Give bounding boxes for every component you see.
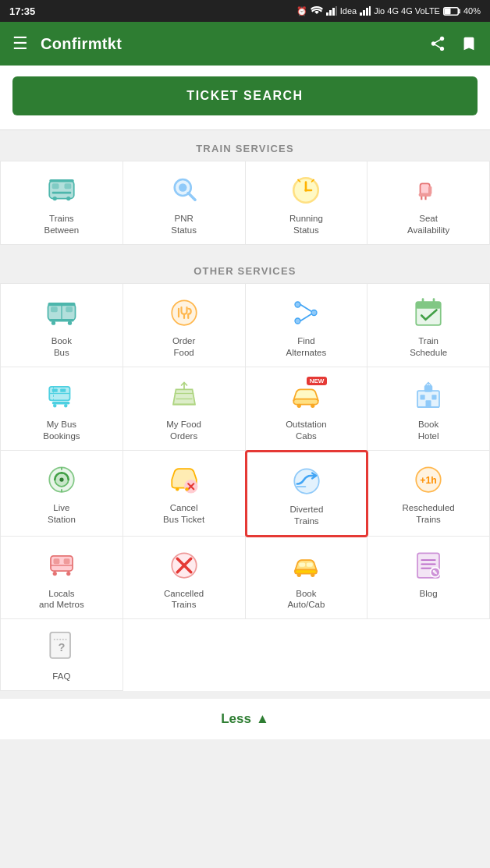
running-status-label: RunningStatus	[289, 213, 323, 236]
svg-rect-10	[49, 181, 74, 199]
svg-point-56	[64, 404, 67, 407]
service-find-alternates[interactable]: FindAlternates	[246, 284, 368, 367]
train-services-header: TRAIN SERVICES	[0, 130, 490, 161]
svg-rect-13	[52, 192, 72, 194]
pnr-status-icon	[166, 172, 202, 208]
wifi-icon	[311, 6, 323, 16]
svg-rect-65	[307, 392, 314, 396]
find-alternates-icon	[288, 295, 324, 331]
svg-rect-51	[52, 388, 58, 391]
svg-rect-2	[332, 8, 335, 16]
book-bus-icon	[44, 295, 80, 331]
svg-rect-64	[298, 392, 305, 396]
svg-point-98	[297, 572, 301, 576]
book-auto-cab-label: BookAuto/Cab	[287, 588, 325, 611]
svg-point-40	[295, 302, 300, 307]
svg-rect-5	[363, 10, 365, 16]
status-time: 17:35	[9, 5, 35, 17]
service-cancel-bus-ticket[interactable]: CancelBus Ticket	[123, 451, 246, 537]
svg-point-80	[176, 487, 179, 491]
svg-rect-11	[52, 183, 59, 189]
service-locals-metros[interactable]: Localsand Metros	[1, 537, 123, 620]
network-label: Idea	[340, 6, 357, 16]
my-bus-bookings-icon	[44, 378, 80, 414]
diverted-trains-label: DivertedTrains	[289, 504, 323, 527]
service-cancelled-trains[interactable]: CancelledTrains	[123, 537, 246, 620]
my-food-orders-icon	[166, 378, 202, 414]
battery-percent: 40%	[463, 6, 481, 16]
svg-point-74	[59, 477, 63, 481]
svg-rect-101	[307, 562, 313, 566]
svg-rect-52	[60, 388, 66, 391]
svg-point-82	[294, 469, 319, 494]
svg-rect-6	[366, 8, 368, 16]
svg-rect-54	[52, 402, 70, 405]
book-hotel-label: BookHotel	[418, 419, 439, 442]
service-my-bus-bookings[interactable]: My BusBookings	[1, 367, 123, 451]
nav-actions	[429, 35, 478, 52]
svg-rect-16	[49, 179, 74, 182]
svg-rect-68	[421, 395, 425, 399]
less-button-wrap: Less ▲	[0, 699, 490, 739]
book-bus-label: BookBus	[51, 335, 72, 359]
svg-point-37	[172, 300, 197, 325]
app-title: Confirmtkt	[41, 35, 429, 53]
locals-metros-label: Localsand Metros	[39, 588, 84, 611]
svg-rect-70	[426, 400, 431, 407]
service-order-food[interactable]: OrderFood	[123, 284, 246, 367]
share-icon[interactable]	[429, 35, 446, 52]
svg-point-14	[53, 197, 57, 200]
svg-point-99	[311, 572, 315, 576]
pnr-status-label: PNRStatus	[171, 213, 197, 236]
svg-rect-9	[444, 8, 450, 14]
service-live-station[interactable]: LiveStation	[1, 451, 123, 537]
svg-rect-7	[369, 6, 371, 16]
svg-point-18	[179, 183, 187, 192]
order-food-label: OrderFood	[172, 335, 195, 359]
service-train-schedule[interactable]: TrainSchedule	[368, 284, 490, 367]
service-diverted-trains[interactable]: DivertedTrains	[245, 450, 369, 537]
svg-point-55	[53, 404, 56, 407]
blog-label: Blog	[420, 588, 438, 600]
signal2-icon	[360, 6, 371, 16]
book-hotel-icon	[410, 378, 446, 414]
faq-label: FAQ	[52, 671, 70, 682]
service-running-status[interactable]: RunningStatus	[246, 161, 368, 245]
svg-rect-100	[300, 562, 306, 566]
service-trains-between[interactable]: TrainsBetween	[1, 161, 123, 245]
svg-rect-26	[428, 186, 431, 195]
svg-point-81	[185, 487, 188, 491]
bookmark-icon[interactable]	[460, 35, 478, 52]
service-book-hotel[interactable]: BookHotel	[368, 367, 490, 451]
service-pnr-status[interactable]: PNRStatus	[123, 161, 246, 245]
svg-line-19	[188, 193, 195, 200]
cancelled-trains-icon	[166, 547, 202, 583]
svg-point-33	[51, 321, 55, 324]
svg-text:?: ?	[58, 641, 65, 654]
nav-bar: ☰ Confirmtkt	[0, 22, 490, 66]
service-book-auto-cab[interactable]: BookAuto/Cab	[246, 537, 368, 620]
svg-point-21	[305, 189, 308, 192]
svg-line-44	[300, 314, 311, 321]
service-seat-availability[interactable]: SeatAvailability	[368, 161, 490, 245]
service-faq[interactable]: ? FAQ	[1, 619, 123, 691]
service-my-food-orders[interactable]: My FoodOrders	[123, 367, 246, 451]
rescheduled-trains-label: RescheduledTrains	[403, 502, 455, 526]
svg-rect-1	[329, 10, 332, 16]
svg-rect-97	[295, 569, 317, 573]
diverted-trains-icon	[289, 463, 325, 499]
service-outstation-cabs[interactable]: NEW OutstationCabs	[246, 367, 368, 451]
chevron-up-icon: ▲	[256, 711, 269, 727]
less-button[interactable]: Less ▲	[221, 711, 269, 727]
service-blog[interactable]: ✎ Blog	[368, 537, 490, 620]
service-rescheduled-trains[interactable]: +1h RescheduledTrains	[368, 451, 490, 537]
running-status-icon	[288, 172, 324, 208]
svg-rect-69	[432, 395, 437, 399]
svg-rect-46	[416, 302, 441, 309]
other-services-header: OTHER SERVICES	[0, 253, 490, 283]
service-book-bus[interactable]: BookBus	[1, 284, 123, 367]
svg-rect-12	[64, 183, 71, 189]
ticket-search-button[interactable]: TICKET SEARCH	[12, 76, 478, 115]
menu-icon[interactable]: ☰	[12, 34, 28, 54]
faq-icon: ?	[44, 630, 80, 666]
